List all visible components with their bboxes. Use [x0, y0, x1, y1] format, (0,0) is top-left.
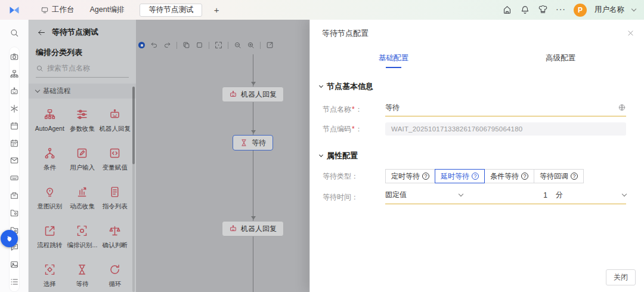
section-node-basic-info[interactable]: 节点基本信息 — [310, 81, 644, 92]
calendar-alt-icon[interactable] — [10, 139, 19, 148]
palette-scrollbar-thumb[interactable] — [132, 87, 135, 164]
back-arrow-icon[interactable] — [37, 28, 46, 37]
tab-advanced-config[interactable]: 高级配置 — [477, 53, 644, 68]
wait-type-timed-button[interactable]: 定时等待 ? — [385, 169, 435, 183]
nav-workspace[interactable]: 工作台 — [41, 5, 75, 15]
keyboard-icon[interactable] — [10, 173, 19, 183]
palette-item-user-input[interactable]: 用户输入 — [66, 143, 99, 181]
wait-type-button-group: 定时等待 ? 延时等待 ? 条件等待 ? 等待回调 ? — [385, 169, 584, 183]
home-icon[interactable] — [502, 5, 512, 15]
mail-icon[interactable] — [10, 156, 19, 165]
wait-type-callback-button[interactable]: 等待回调 ? — [534, 169, 584, 183]
node-name-label: 节点名称*： — [310, 104, 385, 115]
palette-item-loop[interactable]: 循环 — [98, 260, 131, 292]
assistant-paw-icon — [5, 234, 14, 243]
wait-type-delay-button[interactable]: 延时等待 ? — [435, 169, 485, 183]
export-icon[interactable] — [266, 41, 274, 49]
toolbar-divider — [228, 42, 228, 49]
loop-icon — [109, 263, 121, 276]
wait-time-value-input[interactable]: 1 — [543, 191, 547, 199]
help-icon[interactable]: ? — [422, 173, 429, 180]
chevron-down-icon[interactable] — [622, 192, 627, 196]
tab-basic-config[interactable]: 基础配置 — [310, 53, 477, 68]
robot-reply-icon — [109, 108, 121, 121]
section-attribute-config[interactable]: 属性配置 — [310, 150, 644, 161]
toolbar-divider — [260, 42, 261, 49]
close-button[interactable]: 关闭 — [606, 269, 636, 285]
palette-item-confirm-judge[interactable]: 确认判断 — [98, 221, 131, 259]
flow-node-wait[interactable]: 等待 — [233, 135, 273, 150]
drawer-icon[interactable] — [10, 190, 19, 200]
palette-item-autoagent[interactable]: AutoAgent — [33, 104, 66, 142]
flower-icon[interactable] — [10, 104, 19, 113]
hourglass-icon — [240, 139, 248, 147]
palette-search-input[interactable]: 搜索节点名称 — [36, 63, 129, 78]
search-icon[interactable] — [10, 28, 19, 38]
close-icon[interactable] — [627, 29, 634, 37]
palette-item-orchestrate-recognize[interactable]: 编排识别... — [66, 221, 99, 259]
flow-node-robot-reply[interactable]: 机器人回复 — [222, 87, 284, 102]
notification-bell-icon[interactable] — [520, 5, 530, 15]
orchestrate-recognize-icon — [76, 225, 88, 237]
help-icon[interactable]: ? — [472, 173, 479, 180]
palette-item-wait[interactable]: 等待 — [66, 260, 99, 292]
chevron-down-icon — [459, 192, 463, 196]
palette-item-command-list[interactable]: 指令列表 — [98, 182, 131, 220]
folder-gear-icon[interactable] — [10, 208, 19, 217]
image-icon[interactable] — [10, 260, 19, 269]
condition-icon — [44, 147, 56, 159]
wait-time-mode-select[interactable]: 固定值 — [385, 190, 463, 200]
node-code-label: 节点编码*： — [310, 124, 385, 134]
nav-agent-orchestration[interactable]: Agent编排 — [90, 5, 125, 15]
globe-icon[interactable] — [618, 103, 626, 112]
user-avatar[interactable]: P — [574, 4, 587, 17]
zoom-out-icon[interactable] — [234, 41, 242, 49]
tab-wait-node-test[interactable]: 等待节点测试 — [140, 4, 202, 17]
palette-item-condition[interactable]: 条件 — [33, 143, 66, 181]
bot-icon[interactable] — [10, 87, 19, 96]
frame-icon[interactable] — [196, 41, 203, 49]
config-tabs: 基础配置 高级配置 — [310, 53, 644, 68]
rail-icon-group — [10, 47, 19, 291]
palette-item-dynamic-collect[interactable]: 动态收集 — [66, 182, 99, 220]
palette-item-select[interactable]: 选择 — [33, 260, 66, 292]
flow-canvas[interactable]: 机器人回复 等待 机器人回复 — [136, 20, 309, 292]
new-tab-button[interactable]: + — [210, 5, 222, 15]
undo-icon[interactable] — [150, 41, 158, 49]
chef-hat-icon[interactable] — [538, 5, 548, 15]
zoom-in-icon[interactable] — [247, 41, 255, 49]
params-collect-icon — [76, 108, 88, 121]
drawer-title: 等待节点配置 — [310, 28, 644, 39]
required-mark: * — [352, 105, 355, 113]
user-name[interactable]: 用户名称 — [595, 5, 624, 15]
wait-type-condition-button[interactable]: 条件等待 ? — [484, 169, 534, 183]
palette-item-flow-jump[interactable]: 流程跳转 — [33, 221, 66, 259]
more-menu-button[interactable]: ··· — [556, 4, 566, 14]
autoagent-icon — [44, 108, 56, 121]
toolbar-divider — [177, 42, 177, 49]
calendar-icon[interactable] — [10, 121, 19, 131]
help-icon[interactable]: ? — [521, 173, 528, 180]
palette-item-params-collect[interactable]: 参数收集 — [66, 104, 99, 142]
section-basic-flow[interactable]: 基础流程 — [29, 84, 136, 99]
wait-time-unit[interactable]: 分 — [556, 190, 563, 200]
palette-item-robot-reply[interactable]: 机器人回复 — [98, 104, 131, 142]
flow-jump-icon — [44, 225, 56, 237]
wait-time-label: 等待时间： — [310, 192, 385, 202]
palette-grid: AutoAgent 参数收集 机器人回复 条件 用户输入 变量赋值 意图识别 动… — [29, 99, 136, 292]
flow-node-robot-reply[interactable]: 机器人回复 — [222, 221, 284, 236]
palette-item-intent[interactable]: 意图识别 — [33, 182, 66, 220]
camera-icon[interactable] — [10, 52, 19, 62]
node-name-input[interactable]: 等待 — [385, 103, 626, 116]
fit-view-icon[interactable] — [215, 41, 222, 49]
assistant-fab[interactable] — [1, 230, 18, 247]
toolbar-badge[interactable] — [138, 42, 145, 48]
help-icon[interactable]: ? — [571, 173, 578, 180]
copy-icon[interactable] — [182, 41, 190, 49]
orgchart-icon[interactable] — [10, 69, 19, 79]
palette-item-variable-assign[interactable]: 变量赋值 — [98, 143, 131, 181]
user-menu-chevron-icon[interactable] — [631, 7, 636, 11]
redo-icon[interactable] — [163, 41, 171, 49]
search-icon — [36, 64, 44, 72]
list-icon[interactable] — [10, 277, 19, 287]
